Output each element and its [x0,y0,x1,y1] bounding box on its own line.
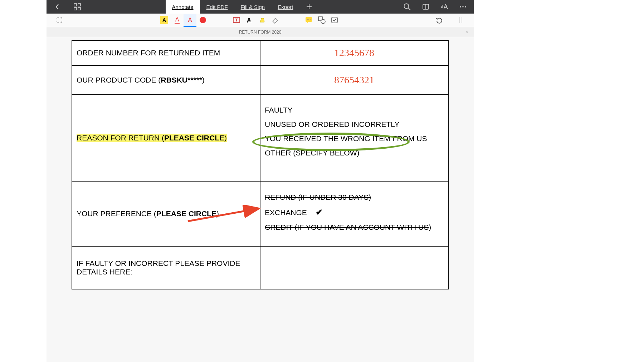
document-title: RETURN FORM 2020 [239,30,282,35]
tab-export[interactable]: Export [271,0,299,14]
svg-point-4 [404,4,409,9]
details-label: IF FAULTY OR INCORRECT PLEASE PROVIDE DE… [77,259,240,276]
svg-point-14 [307,19,308,20]
more-icon[interactable] [459,3,467,11]
text-size-icon[interactable]: AA [440,3,449,11]
preference-option-credit: CREDIT (IF YOU HAVE AN ACCOUNT WITH US) [265,223,444,232]
reason-option-faulty: FAULTY [265,106,444,114]
details-label-cell: IF FAULTY OR INCORRECT PLEASE PROVIDE DE… [72,246,260,289]
highlighter-tool-icon[interactable] [256,14,269,27]
order-number-label: ORDER NUMBER FOR RETURNED ITEM [77,49,220,57]
strikethrough-tool-icon[interactable]: A [184,14,196,27]
tab-edit-pdf[interactable]: Edit PDF [200,0,234,14]
reason-label-pre: REASON FOR RETURN ( [77,134,164,142]
svg-rect-12 [248,21,251,23]
shape-tool-icon[interactable] [315,14,328,27]
redo-button[interactable] [454,14,467,27]
order-number-value: 12345678 [265,47,444,59]
highlight-tool-icon[interactable]: A [158,14,171,27]
preference-credit-post: ) [429,223,431,231]
details-value-cell [260,246,448,289]
svg-rect-2 [74,8,77,10]
svg-rect-9 [57,18,62,23]
back-button[interactable] [53,3,62,11]
app-window: Annotate Edit PDF Fill & Sign Export AA [47,0,474,362]
underline-tool-icon[interactable]: A [171,14,184,27]
reason-label-bold: PLEASE CIRCLE [164,134,224,142]
svg-rect-21 [462,17,462,23]
preference-option-exchange: EXCHANGE ✔ [265,207,444,217]
preference-option-refund: REFUND (IF UNDER 30 DAYS) [265,193,444,202]
tab-annotate[interactable]: Annotate [166,0,200,14]
reason-option-unused: UNUSED OR ORDERED INCORRETLY [265,120,444,129]
eraser-tool-icon[interactable] [269,14,282,27]
search-icon[interactable] [403,3,411,11]
reason-label-highlight: REASON FOR RETURN (PLEASE CIRCLE) [77,134,227,142]
product-code-label-bold: RBSKU***** [161,76,202,84]
preference-credit-strike: CREDIT (IF YOU HAVE AN ACCOUNT WITH US [265,223,429,231]
preference-label-pre: YOUR PREFERENCE ( [77,209,156,218]
product-code-value-cell: 87654321 [260,65,448,95]
svg-rect-0 [74,4,77,6]
svg-point-15 [308,19,309,20]
preference-label-post: ) [216,209,219,218]
preference-exchange-text: EXCHANGE [265,208,307,217]
tab-fill-sign[interactable]: Fill & Sign [234,0,272,14]
order-number-value-cell: 12345678 [260,40,448,65]
textbox-tool-icon[interactable]: T [230,14,243,27]
svg-point-8 [465,6,466,8]
product-code-value: 87654321 [265,74,444,86]
svg-rect-1 [78,4,80,6]
document-page: ORDER NUMBER FOR RETURNED ITEM 12345678 … [47,37,474,289]
preference-options-cell: REFUND (IF UNDER 30 DAYS) EXCHANGE ✔ CRE… [260,181,448,246]
reason-option-wrong-item: YOU RECEIVED THE WRONG ITEM FROM US [265,134,444,143]
pen-tool-icon[interactable] [243,14,256,27]
selection-tool-icon[interactable] [53,14,66,27]
svg-text:T: T [235,18,238,22]
thumbnails-button[interactable] [73,3,82,11]
tab-add-button[interactable] [299,0,319,14]
preference-label-bold: PLEASE CIRCLE [156,209,216,218]
product-code-label-cell: OUR PRODUCT CODE (RBSKU*****) [72,65,260,95]
preference-label-cell: YOUR PREFERENCE (PLEASE CIRCLE) [72,181,260,246]
return-form-table: ORDER NUMBER FOR RETURNED ITEM 12345678 … [72,40,449,289]
annotate-toolbar: A A A T [47,14,474,27]
color-red-icon[interactable] [196,14,209,27]
document-tab[interactable]: RETURN FORM 2020 × [47,27,474,37]
stamp-tool-icon[interactable] [328,14,341,27]
svg-point-6 [460,6,461,8]
document-close-button[interactable]: × [466,29,469,35]
product-code-label-post: ) [202,76,205,84]
svg-rect-3 [78,8,80,10]
svg-point-18 [321,19,325,24]
reason-label-post: ) [224,134,227,142]
svg-rect-19 [332,17,337,23]
bookmark-icon[interactable] [421,3,430,11]
undo-button[interactable] [433,14,446,27]
top-toolbar: Annotate Edit PDF Fill & Sign Export AA [47,0,474,14]
svg-point-7 [462,6,464,8]
svg-point-16 [310,19,311,20]
product-code-label-pre: OUR PRODUCT CODE ( [77,76,161,84]
svg-rect-20 [459,17,460,23]
reason-option-other: OTHER (SPECIFY BELOW) [265,149,444,157]
order-number-label-cell: ORDER NUMBER FOR RETURNED ITEM [72,40,260,65]
reason-label-cell: REASON FOR RETURN (PLEASE CIRCLE) [72,95,260,181]
note-tool-icon[interactable] [302,14,315,27]
checkmark-icon: ✔ [316,207,323,217]
reason-options-cell: FAULTY UNUSED OR ORDERED INCORRETLY YOU … [260,95,448,181]
